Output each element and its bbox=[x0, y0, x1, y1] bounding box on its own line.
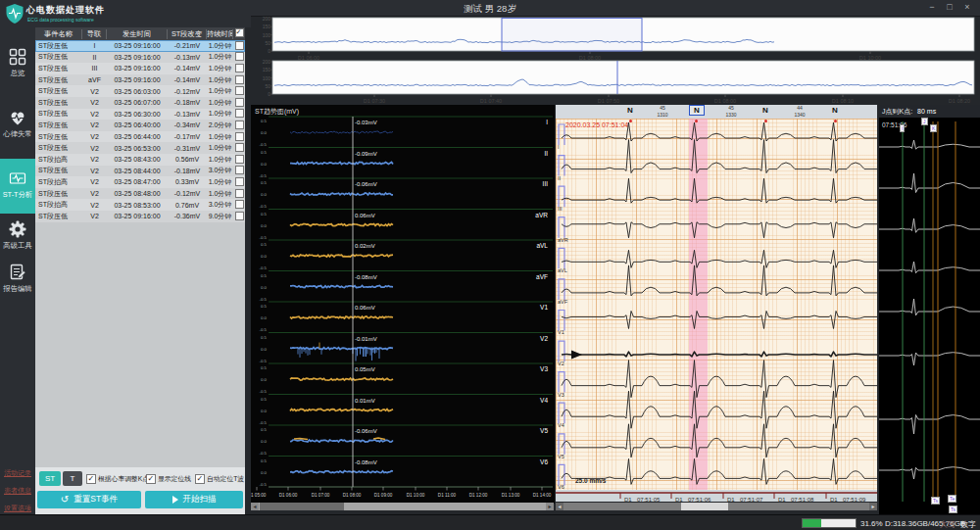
minimize-button[interactable]: − bbox=[925, 2, 939, 12]
svg-text:D1 05:00: D1 05:00 bbox=[251, 493, 267, 498]
row-checkbox[interactable] bbox=[233, 120, 245, 130]
ime-number-indicator[interactable]: 数字 bbox=[960, 519, 976, 530]
scroll-left-arrow[interactable] bbox=[251, 503, 259, 510]
select-all-checkbox[interactable] bbox=[235, 28, 244, 37]
analysis-option-2[interactable]: 自动定位T波 bbox=[195, 474, 244, 484]
svg-text:D1 14:00: D1 14:00 bbox=[533, 493, 552, 498]
marker-label-I[interactable]: I bbox=[900, 124, 905, 132]
marker-label-Ts[interactable]: Ts bbox=[949, 506, 957, 513]
disk-usage-progress bbox=[802, 518, 857, 528]
row-checkbox[interactable] bbox=[233, 75, 245, 85]
marker-label-Ts[interactable]: Ts bbox=[931, 497, 940, 505]
ecg-traces: IIIIIIaVRaVLaVFV1V2V3V4V5V6 bbox=[556, 119, 877, 490]
marker-label-Te[interactable]: Te bbox=[948, 495, 956, 503]
cell: V2 bbox=[82, 202, 107, 209]
scroll-right-arrow[interactable] bbox=[546, 503, 554, 510]
table-row[interactable]: ST段压低II03-25 09:16:00-0.13mV1.0分钟 bbox=[35, 52, 245, 64]
beat-label[interactable]: N bbox=[828, 106, 842, 115]
cell: II bbox=[82, 54, 107, 61]
svg-text:D1: D1 bbox=[675, 497, 683, 502]
row-checkbox[interactable] bbox=[233, 98, 245, 108]
link-settings[interactable]: 设置选项 bbox=[4, 504, 31, 513]
cell: ST段抬高 bbox=[35, 155, 82, 165]
svg-text:0.5: 0.5 bbox=[261, 212, 268, 217]
marker-label-K[interactable]: K bbox=[930, 124, 937, 132]
row-checkbox[interactable] bbox=[233, 64, 245, 73]
svg-text:07:51:09: 07:51:09 bbox=[843, 497, 866, 502]
link-patient-info[interactable]: 患者信息 bbox=[4, 486, 31, 496]
st-mode-button[interactable]: ST bbox=[39, 471, 61, 486]
svg-text:-0.09mV: -0.09mV bbox=[355, 151, 377, 157]
table-row[interactable]: ST段压低V203-25 06:44:00-0.17mV1.0分钟 bbox=[35, 131, 245, 143]
table-row[interactable]: ST段压低aVF03-25 09:16:00-0.14mV1.0分钟 bbox=[35, 74, 245, 86]
hr-trend-strip-overview[interactable]: 200150100500D1 06:00D1 08:00D1 10:00 bbox=[252, 16, 977, 60]
row-checkbox[interactable] bbox=[233, 86, 245, 96]
sidebar-item-overview[interactable]: 总览 bbox=[0, 47, 35, 78]
sidebar-item-advanced-tools[interactable]: 高级工具 bbox=[0, 219, 35, 251]
checkbox-icon bbox=[235, 64, 244, 72]
cell: ST段抬高 bbox=[35, 200, 82, 210]
beat-detail-panel: J点到K点: 80 ms 07:51:06 IJKTsTeTs bbox=[879, 105, 980, 514]
row-checkbox[interactable] bbox=[233, 41, 245, 51]
svg-text:D1: D1 bbox=[778, 497, 786, 502]
table-row[interactable]: ST段抬高V203-25 08:47:000.33mV1.0分钟 bbox=[35, 176, 245, 188]
hr-trend-strip-zoom[interactable]: 200150100500D1 07:30D1 07:40D1 07:50D1 0… bbox=[252, 59, 977, 103]
table-row[interactable]: ST段压低V203-25 06:53:00-0.31mV1.0分钟 bbox=[35, 142, 245, 154]
st-trend-scrollbar[interactable] bbox=[251, 503, 554, 510]
cell: 3.0分钟 bbox=[207, 166, 233, 175]
analysis-option-1[interactable]: 显示定位线 bbox=[146, 474, 191, 484]
table-row[interactable]: ST段压低V203-25 06:40:00-0.34mV2.0分钟 bbox=[35, 120, 245, 131]
scrollbar-thumb[interactable] bbox=[681, 503, 728, 510]
table-row[interactable]: ST段压低III03-25 09:16:00-0.14mV1.0分钟 bbox=[35, 63, 245, 74]
sidebar-item-st-t-analysis[interactable]: ST-T分析 bbox=[0, 159, 35, 214]
beat-label[interactable]: N bbox=[623, 106, 637, 115]
row-checkbox[interactable] bbox=[233, 109, 245, 119]
marker-label-J[interactable]: J bbox=[921, 118, 928, 125]
row-checkbox[interactable] bbox=[233, 200, 245, 210]
table-row[interactable]: ST段压低V203-25 06:03:00-0.12mV1.0分钟 bbox=[35, 85, 245, 97]
maximize-button[interactable]: □ bbox=[943, 2, 956, 12]
t-mode-button[interactable]: T bbox=[63, 471, 82, 486]
hr-value: 45 bbox=[651, 105, 674, 112]
row-checkbox[interactable] bbox=[233, 143, 245, 153]
row-checkbox[interactable] bbox=[233, 155, 245, 165]
row-checkbox[interactable] bbox=[233, 212, 245, 221]
ecg-scrollbar[interactable] bbox=[556, 503, 877, 510]
close-button[interactable]: × bbox=[960, 2, 974, 12]
svg-text:-0.5: -0.5 bbox=[260, 235, 268, 240]
beat-label-selected[interactable]: N bbox=[689, 105, 705, 116]
jk-header-label: J点到K点: bbox=[882, 108, 912, 115]
table-row[interactable]: ST段压低V203-25 09:16:00-0.36mV9.0分钟 bbox=[35, 211, 245, 222]
table-row[interactable]: ST段压低V203-25 06:07:00-0.18mV1.0分钟 bbox=[35, 97, 245, 109]
table-row[interactable]: ST段压低V203-25 06:30:00-0.13mV1.0分钟 bbox=[35, 109, 245, 120]
grid-icon bbox=[8, 47, 27, 67]
ecg-waveform-gr[interactable]: 2020.03.25 07:51:0425.0 mm/sIIIIIIaVRaVL… bbox=[556, 119, 877, 490]
cell: -0.18mV bbox=[168, 99, 207, 106]
svg-text:-0.5: -0.5 bbox=[260, 327, 268, 332]
cell: -0.36mV bbox=[168, 213, 207, 219]
sidebar-item-report-edit[interactable]: 报告编辑 bbox=[0, 263, 35, 294]
scroll-left-arrow[interactable] bbox=[556, 503, 564, 510]
row-checkbox[interactable] bbox=[233, 189, 245, 199]
cell: -0.17mV bbox=[168, 133, 207, 140]
row-checkbox[interactable] bbox=[233, 166, 245, 175]
beat-label[interactable]: N bbox=[759, 106, 772, 115]
row-checkbox[interactable] bbox=[233, 52, 245, 62]
table-row[interactable]: ST段压低I03-25 09:16:00-0.21mV1.0分钟 bbox=[35, 40, 245, 52]
table-row[interactable]: ST段抬高V203-25 08:43:000.56mV1.0分钟 bbox=[35, 154, 245, 166]
scroll-right-arrow[interactable] bbox=[869, 503, 877, 510]
row-checkbox[interactable] bbox=[233, 177, 245, 187]
sidebar-item-arrhythmia[interactable]: 心律失常 bbox=[0, 108, 35, 139]
svg-text:-0.5: -0.5 bbox=[260, 420, 268, 425]
link-activity-log[interactable]: 活动记录 bbox=[4, 468, 31, 478]
analysis-option-0[interactable]: 根据心率调整K点 bbox=[86, 474, 149, 484]
svg-text:V1: V1 bbox=[558, 329, 564, 335]
reset-st-events-button[interactable]: ↺ 重置ST事件 bbox=[37, 491, 141, 508]
row-checkbox[interactable] bbox=[233, 132, 245, 142]
start-scan-button[interactable]: 开始扫描 bbox=[145, 491, 243, 508]
table-row[interactable]: ST段压低V203-25 08:44:00-0.18mV3.0分钟 bbox=[35, 166, 245, 177]
scrollbar-thumb[interactable] bbox=[260, 503, 344, 510]
table-row[interactable]: ST段抬高V203-25 08:53:000.76mV3.0分钟 bbox=[35, 199, 245, 211]
col-select-all[interactable] bbox=[233, 28, 245, 39]
table-row[interactable]: ST段压低V203-25 08:48:00-0.12mV1.0分钟 bbox=[35, 188, 245, 200]
